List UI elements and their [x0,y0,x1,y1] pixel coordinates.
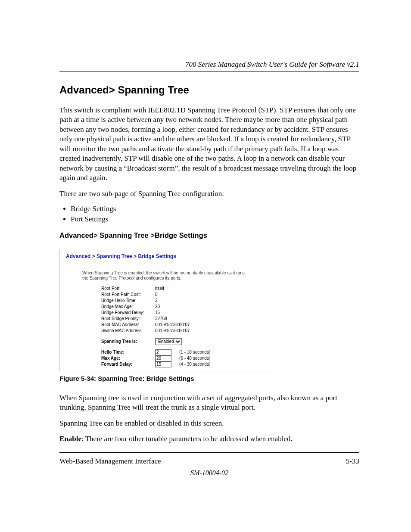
enable-rest: : There are four other tunable parameter… [81,435,293,443]
figure-caption: Figure 5-34: Spanning Tree: Bridge Setti… [59,375,359,382]
kv-label: Root Port Path Cost: [101,292,155,297]
kv-value: Itself [155,286,164,291]
hello-time-input[interactable] [155,349,171,355]
static-settings-block: Root Port:Itself Root Port Path Cost:0 B… [101,286,268,367]
footer-page-number: 5-33 [346,457,359,466]
bottom-rule [59,452,359,453]
kv-label: Root Port: [101,286,155,291]
list-item: Port Settings [71,215,359,224]
kv-value: 00:09:5b:36:b0:07 [155,328,190,333]
footer-doc-id: SM-10004-02 [59,469,359,477]
after-figure-para-2: Spanning Tree can be enabled or disabled… [59,419,359,428]
input-hint: (6 - 40 seconds) [179,356,210,361]
breadcrumb: Advanced > Spanning Tree > Bridge Settin… [66,253,268,259]
list-item: Bridge Settings [71,205,359,213]
input-hint: (4 - 30 seconds) [179,362,210,367]
figure-bridge-settings: Advanced > Spanning Tree > Bridge Settin… [59,249,271,371]
running-head: 700 Series Managed Switch User's Guide f… [59,60,359,69]
page-footer: Web-Based Management Interface 5-33 SM-1… [59,449,359,477]
section-paragraph-1: This switch is compliant with IEEE802.1D… [59,106,359,183]
kv-label: Bridge Forward Delay: [101,310,155,315]
kv-value: 20 [155,304,160,309]
after-figure-para-3: Enable: There are four other tunable par… [59,434,359,444]
enable-lead: Enable [59,435,81,443]
kv-label: Hello Time: [101,350,155,355]
subpage-list: Bridge Settings Port Settings [59,205,359,224]
after-figure-para-1: When Spanning tree is used in conjunctio… [59,393,359,413]
section-title: Advanced> Spanning Tree [59,84,359,96]
kv-label: Root MAC Address: [101,322,155,327]
kv-value: 0 [155,292,158,297]
footer-left: Web-Based Management Interface [59,457,161,466]
spanning-tree-select[interactable]: Enabled [155,338,182,345]
kv-value: 15 [155,310,160,315]
figure-note: When Spanning Tree is enabled, the switc… [82,271,246,281]
kv-value: 2 [155,298,158,303]
kv-label: Spanning Tree Is: [101,339,155,344]
top-rule [59,72,359,72]
kv-label: Root Bridge Priority: [101,316,155,321]
kv-value: 00:09:5b:36:b0:07 [155,322,190,327]
kv-label: Switch MAC Address: [101,328,155,333]
max-age-input[interactable] [155,355,171,361]
forward-delay-input[interactable] [155,361,171,367]
kv-label: Forward Delay: [101,362,155,367]
kv-label: Max Age: [101,356,155,361]
subsection-title: Advanced> Spanning Tree >Bridge Settings [59,231,359,240]
kv-label: Bridge Hello Time: [101,298,155,303]
input-hint: (1 - 10 seconds) [179,350,210,355]
kv-label: Bridge Max Age: [101,304,155,309]
kv-value: 32768 [155,316,167,321]
section-paragraph-2: There are two sub-page of Spanning Tree … [59,189,359,199]
